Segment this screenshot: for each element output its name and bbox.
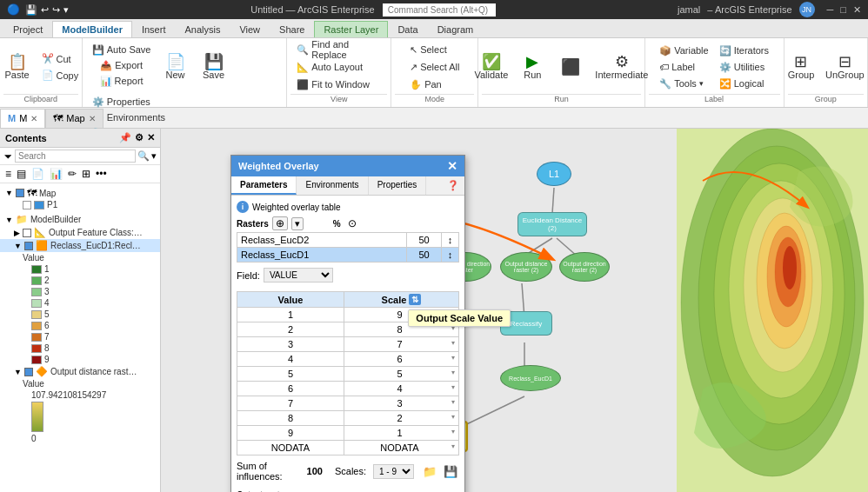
pan-button[interactable]: ✋ Pan [405,76,446,92]
label-button[interactable]: 🏷 Label [655,59,699,75]
layer-btn-4[interactable]: 📊 [48,167,64,181]
user-avatar[interactable]: JN [799,2,815,17]
auto-layout-button[interactable]: 📐 Auto Layout [292,59,367,75]
find-replace-button[interactable]: 🔍 Find and Replace [292,42,385,57]
dialog-help-button[interactable]: ❓ [442,176,464,195]
model-tab-close[interactable]: ✕ [30,114,37,123]
table-row[interactable]: 64 ▾ [237,382,459,396]
tab-insert[interactable]: Insert [132,21,176,37]
dialog-tab-parameters[interactable]: Parameters [231,176,297,195]
window-close[interactable]: ✕ [853,4,861,16]
list-item[interactable]: ▶ 📐 Output Feature Class:L1_Featu... [0,226,160,239]
contents-search-input[interactable] [15,150,136,163]
layer-checkbox[interactable] [16,189,24,197]
intermediate-button[interactable]: ⚙ Intermediate [591,42,652,92]
map-tab-close[interactable]: ✕ [89,114,96,123]
ungroup-button[interactable]: ⊟ UnGroup [821,42,868,92]
doc-tab-model[interactable]: M M ✕ [0,109,45,128]
ribbon-group-insert: 📦 Variable 🏷 Label 🔧 Tools ▾ 🔄 Iterators [645,38,785,107]
variable-button[interactable]: 📦 Variable [655,43,713,58]
quick-access-toolbar[interactable]: 💾 ↩ ↪ ▾ [25,4,69,16]
tab-analysis[interactable]: Analysis [175,21,230,37]
search-chevron[interactable]: ▾ [151,150,157,162]
layer-btn-1[interactable]: ≡ [3,167,13,181]
stop-button[interactable]: ⬛ [552,42,589,92]
report-button[interactable]: 📊 Report [96,73,148,89]
tab-data[interactable]: Data [388,21,427,37]
tab-raster-layer[interactable]: Raster Layer [314,21,388,37]
dialog-tab-environments[interactable]: Environments [297,176,368,195]
panel-pin[interactable]: 📌 [119,132,131,143]
command-search[interactable] [383,3,496,17]
add-raster-btn[interactable]: ⊕ [272,216,288,230]
node-out-dir-raster2[interactable]: Output direction raster (2) [559,252,610,282]
dialog-tab-properties[interactable]: Properties [369,176,427,195]
layer-btn-3[interactable]: 📄 [30,167,46,181]
table-row[interactable]: 82 ▾ [237,411,459,426]
node-eucdist2[interactable]: Euclidean Distance (2) [517,212,587,236]
save-button[interactable]: 💾 Save [196,42,232,92]
tab-view[interactable]: View [230,21,270,37]
scales-select[interactable]: 1 - 9 [373,464,414,479]
layer-btn-more[interactable]: ••• [94,167,109,181]
table-row[interactable]: Reclass_EucD1 50 ↕ [237,248,459,263]
auto-save-button[interactable]: 💾 Auto Save [88,42,156,57]
folder-icon-btn[interactable]: 📁 [421,464,438,479]
layer-btn-6[interactable]: ⊞ [80,167,92,181]
validate-button[interactable]: ✅ Validate [470,42,512,92]
group-button[interactable]: ⊞ Group [783,42,819,92]
layer-checkbox[interactable] [23,201,31,209]
layer-checkbox[interactable] [23,229,31,237]
list-item[interactable]: ▼ 🟧 Reclass_EucD1:Reclass_EucD1 [0,239,160,252]
logical-button[interactable]: 🔀 Logical [715,76,769,91]
properties-button[interactable]: ⚙️ Properties [88,94,170,110]
list-item[interactable]: ▶ P1 [0,199,160,210]
doc-tab-map[interactable]: 🗺 Map ✕ [45,109,103,128]
panel-close[interactable]: ✕ [147,132,155,143]
node-out-dist-raster2[interactable]: Output distance raster (2) [500,252,552,282]
table-row[interactable]: 46 ▾ [237,352,459,367]
run-button[interactable]: ▶ Run [514,42,551,92]
tools-button[interactable]: 🔧 Tools ▾ [655,76,708,91]
variable-icon: 📦 [659,45,671,57]
cut-button[interactable]: ✂️ Cut [37,51,83,67]
window-minimize[interactable]: ─ [827,4,834,15]
field-select[interactable]: VALUE [264,268,333,283]
list-item[interactable]: ▼ 🗺 Map [0,187,160,199]
raster-options-btn[interactable]: ▾ [291,217,304,230]
raster-sort-cell: ↕ [442,248,459,263]
fit-to-window-button[interactable]: ⬛ Fit to Window [292,76,374,92]
tab-share[interactable]: Share [270,21,314,37]
dialog-close-button[interactable]: ✕ [447,159,457,173]
paste-button[interactable]: 📋 Paste [0,42,36,92]
utilities-button[interactable]: ⚙️ Utilities [715,59,769,75]
iterators-button[interactable]: 🔄 Iterators [715,43,773,58]
list-item[interactable]: ▼ 🔶 Output distance raster (2):EucD... [0,365,160,378]
layer-checkbox[interactable] [24,242,33,250]
table-row[interactable]: Reclass_EucD2 50 ↕ [237,233,459,248]
search-submit-icon[interactable]: 🔍 [137,150,150,162]
table-row[interactable]: NODATANODATA ▾ [237,441,459,455]
copy-button[interactable]: 📄 Copy [37,68,83,83]
export-button[interactable]: 📤 Export [96,57,147,73]
list-item[interactable]: ▼ 📁 ModelBuilder [0,213,160,226]
tab-modelbuilder[interactable]: ModelBuilder [52,21,132,37]
layer-btn-2[interactable]: ▤ [15,167,28,181]
node-l1[interactable]: L1 [537,162,571,186]
scale-sort-icon[interactable]: ⇅ [409,294,421,305]
window-maximize[interactable]: □ [840,4,846,15]
select-all-button[interactable]: ↗ Select All [405,59,464,75]
panel-options[interactable]: ⚙ [135,132,144,143]
tab-project[interactable]: Project [3,21,52,37]
table-row[interactable]: 73 ▾ [237,396,459,411]
table-row[interactable]: 37 ▾ [237,337,459,352]
select-button[interactable]: ↖ Select [405,42,451,57]
table-row[interactable]: 91 ▾ [237,426,459,441]
save-scale-btn[interactable]: 💾 [442,464,459,479]
layer-checkbox[interactable] [24,368,33,376]
new-button[interactable]: 📄 New [157,42,194,92]
layer-btn-5[interactable]: ✏ [66,167,78,181]
tab-diagram[interactable]: Diagram [428,21,484,37]
node-reclass-eucd1[interactable]: Reclass_EucD1 [500,365,561,391]
table-row[interactable]: 55 ▾ [237,367,459,382]
